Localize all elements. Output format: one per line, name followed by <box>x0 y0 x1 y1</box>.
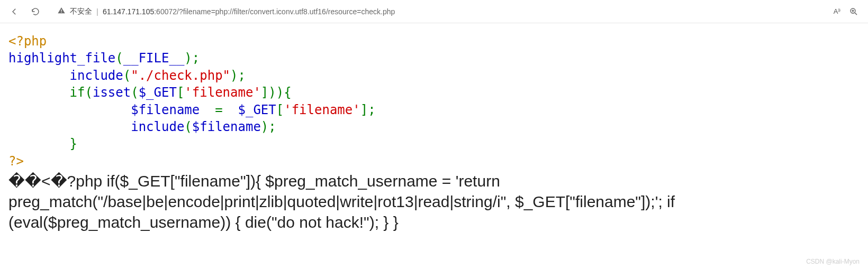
warning-icon <box>57 6 66 16</box>
svg-rect-0 <box>61 10 61 11</box>
divider: | <box>96 7 98 16</box>
highlighted-code: <?php highlight_file(__FILE__); include(… <box>8 33 860 170</box>
url-text: 61.147.171.105:60072/?filename=php://fil… <box>103 7 395 16</box>
address-bar: 不安全 | 61.147.171.105:60072/?filename=php… <box>0 0 868 23</box>
zoom-icon[interactable] <box>845 3 863 21</box>
page-content: <?php highlight_file(__FILE__); include(… <box>0 23 868 238</box>
insecure-label: 不安全 <box>70 7 92 16</box>
font-size-icon[interactable]: A⁾⁾ <box>834 7 840 15</box>
right-icons: A⁾⁾ <box>834 3 863 21</box>
php-close-tag: ?> <box>8 154 24 169</box>
raw-output: ��<�?php if($_GET["filename"]){ $preg_ma… <box>8 171 839 232</box>
back-button[interactable] <box>5 3 23 21</box>
php-open-tag: <?php <box>8 34 47 49</box>
url-input[interactable]: 不安全 | 61.147.171.105:60072/?filename=php… <box>51 3 825 20</box>
refresh-button[interactable] <box>26 3 44 21</box>
svg-rect-1 <box>61 12 61 12</box>
